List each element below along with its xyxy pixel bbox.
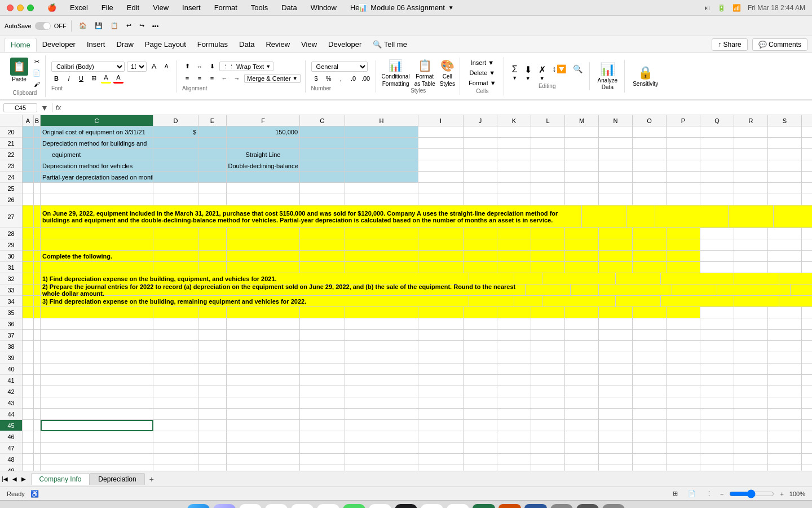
- cell-b21[interactable]: [34, 138, 41, 149]
- cell-h36[interactable]: [345, 318, 418, 330]
- traffic-lights[interactable]: [7, 5, 34, 11]
- cell-i41[interactable]: [418, 375, 464, 386]
- cell-k31[interactable]: [497, 262, 531, 273]
- cell-n29[interactable]: [599, 239, 633, 251]
- cell-c24[interactable]: Partial-year depreciation based on month…: [41, 172, 153, 183]
- cell-h44[interactable]: [345, 409, 418, 420]
- dock-excel[interactable]: X: [473, 504, 495, 509]
- cell-n38[interactable]: [599, 341, 633, 352]
- row-num-33[interactable]: 33: [0, 284, 22, 296]
- cell-q23[interactable]: [700, 160, 734, 172]
- cell-l45[interactable]: [531, 420, 565, 431]
- cell-h35[interactable]: [345, 307, 418, 318]
- cell-m44[interactable]: [565, 409, 599, 420]
- cell-c44[interactable]: [41, 409, 153, 420]
- cell-f40[interactable]: [227, 364, 300, 375]
- cell-o39[interactable]: [633, 352, 667, 364]
- cell-g26[interactable]: [300, 194, 345, 205]
- cell-i42[interactable]: [418, 386, 464, 397]
- cell-g45[interactable]: [300, 420, 345, 431]
- col-header-i[interactable]: I: [418, 115, 464, 126]
- cell-t35[interactable]: [802, 307, 812, 318]
- cell-q24[interactable]: [700, 172, 734, 183]
- cell-h43[interactable]: [345, 397, 418, 409]
- cell-l22[interactable]: [531, 149, 565, 160]
- dock-word[interactable]: W: [524, 504, 547, 509]
- cell-i49[interactable]: [418, 465, 464, 471]
- cell-h37[interactable]: [345, 330, 418, 341]
- cell-i45[interactable]: [418, 420, 464, 431]
- cell-i23[interactable]: [418, 160, 464, 172]
- cell-t30[interactable]: [802, 251, 812, 262]
- cell-a46[interactable]: [23, 431, 34, 443]
- cell-d23[interactable]: [153, 160, 198, 172]
- cell-o24[interactable]: [633, 172, 667, 183]
- cell-c46[interactable]: [41, 431, 153, 443]
- cell-b25[interactable]: [34, 183, 41, 194]
- cell-h30[interactable]: [345, 251, 418, 262]
- cell-k45[interactable]: [497, 420, 531, 431]
- cell-q46[interactable]: [700, 431, 734, 443]
- cell-k42[interactable]: [497, 386, 531, 397]
- menu-window[interactable]: Window: [308, 2, 339, 13]
- cell-k35[interactable]: [497, 307, 531, 318]
- decrease-decimal-button[interactable]: .0: [348, 73, 359, 84]
- col-header-g[interactable]: G: [300, 115, 345, 126]
- cell-h27[interactable]: [774, 205, 812, 228]
- cell-h20[interactable]: [345, 126, 418, 138]
- cell-p31[interactable]: [667, 262, 700, 273]
- cell-b20[interactable]: [34, 126, 41, 138]
- cell-f31[interactable]: [227, 262, 300, 273]
- cell-m49[interactable]: [565, 465, 599, 471]
- cell-b32[interactable]: [34, 273, 41, 284]
- menu-file[interactable]: File: [99, 2, 116, 13]
- cell-t46[interactable]: [802, 431, 812, 443]
- cell-a20[interactable]: [23, 126, 34, 138]
- cell-m23[interactable]: [565, 160, 599, 172]
- cell-k21[interactable]: [497, 138, 531, 149]
- cell-h25[interactable]: [345, 183, 418, 194]
- cell-f35[interactable]: [227, 307, 300, 318]
- cell-n45[interactable]: [599, 420, 633, 431]
- cell-d37[interactable]: [153, 330, 198, 341]
- cell-m20[interactable]: [565, 126, 599, 138]
- cell-k23[interactable]: [497, 160, 531, 172]
- cell-a24[interactable]: [23, 172, 34, 183]
- cell-e41[interactable]: [198, 375, 227, 386]
- underline-button[interactable]: U: [76, 73, 86, 84]
- cell-b43[interactable]: [34, 397, 41, 409]
- cell-s23[interactable]: [768, 160, 802, 172]
- cell-d36[interactable]: [153, 318, 198, 330]
- cell-r25[interactable]: [734, 183, 768, 194]
- cell-h22[interactable]: [345, 149, 418, 160]
- cell-d38[interactable]: [153, 341, 198, 352]
- cell-b38[interactable]: [34, 341, 41, 352]
- cell-b36[interactable]: [34, 318, 41, 330]
- cell-f46[interactable]: [227, 431, 300, 443]
- cell-p28[interactable]: [667, 228, 700, 239]
- cell-s21[interactable]: [768, 138, 802, 149]
- cell-s28[interactable]: [768, 228, 802, 239]
- cell-f36[interactable]: [227, 318, 300, 330]
- sheet-nav-prev[interactable]: ◀: [11, 475, 19, 483]
- cell-c27[interactable]: On June 29, 2022, equipment included in …: [41, 205, 582, 228]
- cell-t47[interactable]: [802, 443, 812, 454]
- clear-button[interactable]: ✗ ▼: [536, 63, 548, 82]
- row-num-29[interactable]: 29: [0, 239, 22, 251]
- cell-q49[interactable]: [700, 465, 734, 471]
- cell-j32[interactable]: [779, 273, 812, 284]
- cell-i36[interactable]: [418, 318, 464, 330]
- cell-b44[interactable]: [34, 409, 41, 420]
- cell-j26[interactable]: [464, 194, 497, 205]
- menu-view[interactable]: View: [151, 2, 171, 13]
- cell-d20[interactable]: $: [153, 126, 198, 138]
- cell-c26[interactable]: [41, 194, 153, 205]
- cell-h29[interactable]: [345, 239, 418, 251]
- cell-e22[interactable]: [198, 149, 227, 160]
- cell-s20[interactable]: [768, 126, 802, 138]
- cell-d33[interactable]: [526, 284, 571, 296]
- col-header-n[interactable]: N: [599, 115, 633, 126]
- tab-tell-me[interactable]: 🔍 Tell me: [367, 38, 413, 51]
- row-num-37[interactable]: 37: [0, 330, 22, 341]
- row-num-25[interactable]: 25: [0, 183, 22, 194]
